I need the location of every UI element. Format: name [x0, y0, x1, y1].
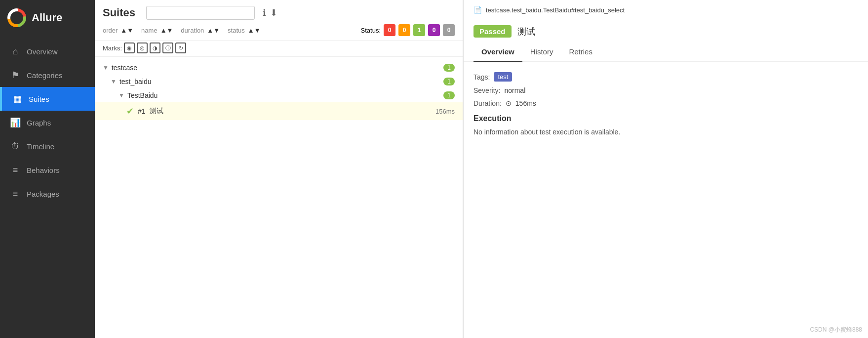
allure-logo-icon	[7, 8, 27, 28]
leaf-name: 测试	[150, 107, 163, 116]
sidebar-item-graphs[interactable]: 📊 Graphs	[0, 111, 95, 134]
main-content: Suites ℹ ⬇ order ▲▼ name ▲▼ duration ▲▼ …	[95, 0, 463, 338]
sidebar: Allure ⌂ Overview ⚑ Categories ▦ Suites …	[0, 0, 95, 338]
leaf-duration: 156ms	[435, 108, 455, 115]
flag-icon: ⚑	[10, 70, 21, 81]
broken-badge[interactable]: 0	[398, 24, 410, 36]
sidebar-item-behaviors[interactable]: ≡ Behaviors	[0, 158, 95, 182]
suites-toolbar: order ▲▼ name ▲▼ duration ▲▼ status ▲▼ S…	[95, 20, 463, 41]
duration-value: 156ms	[515, 99, 536, 107]
panel-breadcrumb: testcase.test_baidu.TestBaidu#test_baidu…	[486, 6, 625, 14]
execution-empty-message: No information about test execution is a…	[473, 128, 858, 136]
duration-clock-icon: ⊙	[506, 99, 512, 107]
leaf-number: #1	[138, 107, 146, 115]
packages-icon: ≡	[10, 188, 21, 199]
tab-overview[interactable]: Overview	[473, 42, 522, 62]
panel-tabs: Overview History Retries	[464, 42, 868, 62]
status-sort: status ▲▼	[228, 27, 260, 34]
tab-retries[interactable]: Retries	[561, 42, 600, 62]
sidebar-graphs-label: Graphs	[27, 119, 51, 127]
panel-status-row: Passed 测试	[464, 20, 868, 42]
search-input[interactable]	[146, 6, 255, 20]
unknown-badge[interactable]: 0	[443, 24, 455, 36]
sidebar-nav: ⌂ Overview ⚑ Categories ▦ Suites 📊 Graph…	[0, 40, 95, 206]
marks-row: Marks: ◉ ◎ ◑ ⓘ ↻	[95, 41, 463, 57]
status-group: Status: 0 0 1 0 0	[361, 24, 455, 36]
tags-row: Tags: test	[473, 72, 858, 82]
sidebar-categories-label: Categories	[27, 71, 63, 80]
testbaidu-name: TestBaidu	[127, 91, 158, 99]
sidebar-item-packages[interactable]: ≡ Packages	[0, 182, 95, 206]
name-label: name	[141, 27, 158, 34]
severity-value: normal	[504, 86, 525, 94]
suites-icon: ▦	[12, 93, 23, 104]
mark-icon-2[interactable]: ◎	[137, 42, 148, 53]
status-text: Status:	[361, 27, 381, 34]
skipped-badge[interactable]: 0	[428, 24, 440, 36]
sidebar-behaviors-label: Behaviors	[27, 166, 60, 174]
panel-header: 📄 testcase.test_baidu.TestBaidu#test_bai…	[464, 0, 868, 20]
testbaidu-count: 1	[443, 91, 455, 99]
chevron-icon-3: ▼	[118, 92, 124, 99]
suites-title: Suites	[103, 6, 135, 19]
sidebar-item-suites[interactable]: ▦ Suites	[0, 87, 95, 111]
marks-label: Marks:	[103, 44, 122, 52]
tree-leaf-test[interactable]: ✔ #1 测试 156ms	[95, 102, 463, 120]
timeline-icon: ⏱	[10, 141, 21, 152]
order-label: order	[103, 27, 118, 34]
duration-row: Duration: ⊙ 156ms	[473, 99, 858, 107]
home-icon: ⌂	[10, 46, 21, 57]
passed-badge[interactable]: 1	[413, 24, 425, 36]
app-title: Allure	[32, 11, 62, 24]
test-baidu-name: test_baidu	[119, 78, 152, 85]
info-icon[interactable]: ℹ	[263, 7, 266, 18]
tab-history[interactable]: History	[522, 42, 561, 62]
status-label: status	[228, 27, 245, 34]
testcase-name: testcase	[112, 64, 137, 72]
test-baidu-count: 1	[443, 78, 455, 85]
failed-badge[interactable]: 0	[384, 24, 395, 36]
mark-icon-4[interactable]: ⓘ	[162, 42, 173, 53]
download-icon[interactable]: ⬇	[270, 7, 277, 18]
order-select[interactable]: ▲▼	[120, 27, 133, 34]
mark-icon-5[interactable]: ↻	[175, 42, 186, 53]
tree-node-testbaidu[interactable]: ▼ TestBaidu 1	[95, 88, 463, 102]
status-select[interactable]: ▲▼	[248, 27, 261, 34]
severity-row: Severity: normal	[473, 86, 858, 94]
duration-select[interactable]: ▲▼	[207, 27, 220, 34]
file-icon: 📄	[473, 6, 482, 14]
name-select[interactable]: ▲▼	[160, 27, 173, 34]
suites-header: Suites ℹ ⬇	[95, 0, 463, 20]
testcase-count: 1	[443, 64, 455, 72]
sidebar-overview-label: Overview	[27, 47, 58, 56]
pass-icon: ✔	[126, 106, 134, 117]
tree-node-testcase[interactable]: ▼ testcase 1	[95, 61, 463, 75]
chevron-icon: ▼	[103, 64, 109, 71]
duration-sort: duration ▲▼	[181, 27, 220, 34]
sidebar-packages-label: Packages	[27, 190, 59, 198]
sidebar-item-overview[interactable]: ⌂ Overview	[0, 40, 95, 63]
name-sort: name ▲▼	[141, 27, 173, 34]
mark-icon-3[interactable]: ◑	[150, 42, 160, 53]
chevron-icon-2: ▼	[111, 78, 117, 85]
panel-test-title: 测试	[517, 26, 535, 38]
mark-icon-1[interactable]: ◉	[124, 42, 135, 53]
panel-body: Tags: test Severity: normal Duration: ⊙ …	[464, 62, 868, 338]
sidebar-timeline-label: Timeline	[27, 142, 54, 151]
sidebar-suites-label: Suites	[29, 95, 49, 103]
severity-label: Severity:	[473, 86, 500, 94]
sidebar-item-timeline[interactable]: ⏱ Timeline	[0, 134, 95, 158]
behaviors-icon: ≡	[10, 165, 21, 175]
tags-label: Tags:	[473, 73, 490, 81]
sidebar-header: Allure	[0, 0, 95, 36]
duration-label: duration	[181, 27, 204, 34]
suites-tree: ▼ testcase 1 ▼ test_baidu 1 ▼ TestBaidu …	[95, 57, 463, 338]
tag-value: test	[494, 72, 512, 82]
duration-label: Duration:	[473, 99, 502, 107]
passed-status-badge: Passed	[473, 25, 512, 38]
watermark: CSDN @小蜜蜂888	[810, 326, 862, 334]
tree-node-test-baidu[interactable]: ▼ test_baidu 1	[95, 75, 463, 88]
header-icons: ℹ ⬇	[263, 7, 277, 18]
sidebar-item-categories[interactable]: ⚑ Categories	[0, 63, 95, 87]
graph-icon: 📊	[10, 117, 21, 128]
